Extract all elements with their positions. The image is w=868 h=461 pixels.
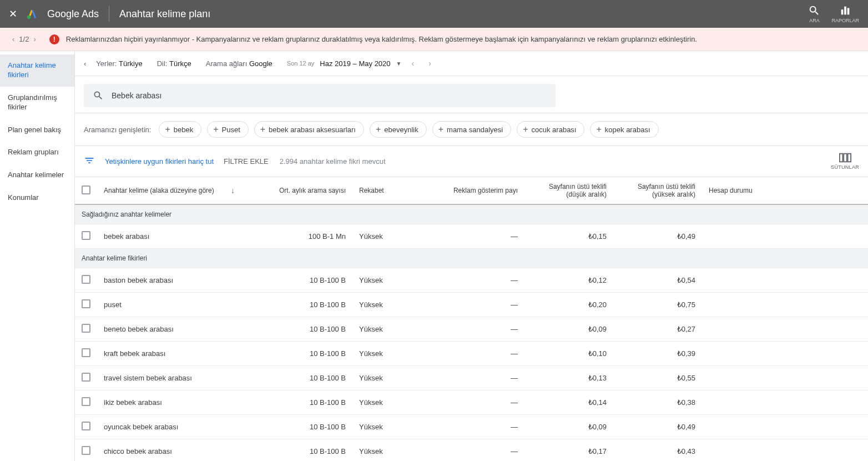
table-row[interactable]: bebek arabası100 B-1 MnYüksek—₺0,15₺0,49 [75,224,868,249]
places-segment[interactable]: Yerler: Türkiye [96,59,142,68]
cell-volume: 10 B-100 B [241,342,352,366]
row-checkbox[interactable] [75,390,97,415]
divider [109,6,109,22]
row-checkbox[interactable] [75,224,97,249]
sidebar-item-plan-overview[interactable]: Plan genel bakış [0,119,74,142]
row-checkbox[interactable] [75,293,97,317]
cell-volume: 10 B-100 B [241,293,352,317]
row-checkbox[interactable] [75,317,97,342]
cell-impression: — [436,317,524,342]
row-checkbox[interactable] [75,439,97,462]
expand-chip[interactable]: +bebek arabası aksesuarları [254,121,364,138]
cell-keyword: chicco bebek arabası [97,439,241,462]
cell-keyword: baston bebek arabası [97,268,241,293]
date-next-icon[interactable]: › [424,57,436,70]
ads-logo-icon [26,8,38,20]
table-section-header: Anahtar kelime fikirleri [75,249,868,268]
cell-bid-high: ₺0,55 [613,366,702,390]
plus-icon: + [523,125,528,134]
sidebar-item-adgroups[interactable]: Reklam grupları [0,141,74,164]
sidebar-item-grouped-ideas[interactable]: Gruplandırılmış fikirler [0,87,74,119]
date-prev-icon[interactable]: ‹ [407,57,418,70]
row-checkbox[interactable] [75,268,97,293]
header-bid-low[interactable]: Sayfanın üstü teklifi (düşük aralık) [524,177,613,204]
cell-competition: Yüksek [352,415,436,439]
topbar: ✕ Google Ads Anahtar kelime planı ARA RA… [0,0,868,28]
sidebar-item-keywords[interactable]: Anahtar kelimeler [0,164,74,187]
content-area: ‹ Yerler: Türkiye Dil: Türkçe Arama ağla… [75,51,868,461]
filter-icon[interactable] [84,155,95,168]
table-row[interactable]: chicco bebek arabası10 B-100 BYüksek—₺0,… [75,439,868,462]
expand-chip[interactable]: +bebek [159,121,201,138]
header-bid-high[interactable]: Sayfanın üstü teklifi (yüksek aralık) [613,177,702,204]
expand-chip[interactable]: +cocuk arabası [517,121,584,138]
topbar-reports-button[interactable]: RAPORLAR [831,4,859,23]
row-checkbox[interactable] [75,415,97,439]
table-row[interactable]: ikiz bebek arabası10 B-100 BYüksek—₺0,14… [75,390,868,415]
cell-volume: 100 B-1 Mn [241,224,352,249]
row-checkbox[interactable] [75,342,97,366]
language-segment[interactable]: Dil: Türkçe [157,59,191,68]
exclude-adult-link[interactable]: Yetişkinlere uygun fikirleri hariç tut [105,157,214,166]
header-keyword[interactable]: Anahtar kelime (alaka düzeyine göre)↓ [97,177,241,204]
plus-icon: + [376,125,381,134]
alert-prev-icon[interactable]: ‹ [9,33,18,46]
row-checkbox[interactable] [75,366,97,390]
table-row[interactable]: travel sistem bebek arabası10 B-100 BYük… [75,366,868,390]
header-impression-share[interactable]: Reklam gösterim payı [436,177,524,204]
cell-keyword: oyuncak bebek arabası [97,415,241,439]
cell-impression: — [436,293,524,317]
svg-rect-5 [844,154,847,162]
cell-volume: 10 B-100 B [241,390,352,415]
alert-bar: ‹ 1/2 › ! Reklamlarınızdan hiçbiri yayın… [0,28,868,51]
cell-bid-high: ₺0,75 [613,293,702,317]
product-name: Google Ads [47,8,99,20]
cell-competition: Yüksek [352,342,436,366]
sidebar-item-keyword-ideas[interactable]: Anahtar kelime fikirleri [0,54,74,87]
cell-competition: Yüksek [352,224,436,249]
cell-bid-low: ₺0,09 [524,415,613,439]
table-row[interactable]: baston bebek arabası10 B-100 BYüksek—₺0,… [75,268,868,293]
alert-next-icon[interactable]: › [30,33,39,46]
svg-rect-4 [839,154,842,162]
cell-status [702,342,868,366]
header-volume[interactable]: Ort. aylık arama sayısı [241,177,352,204]
cell-keyword: kraft bebek arabası [97,342,241,366]
search-input[interactable]: Bebek arabası [84,84,556,107]
table-row[interactable]: oyuncak bebek arabası10 B-100 BYüksek—₺0… [75,415,868,439]
search-term: Bebek arabası [112,91,162,100]
columns-icon [839,153,851,163]
expand-chip[interactable]: +kopek arabası [590,121,658,138]
cell-status [702,390,868,415]
add-filter-button[interactable]: FİLTRE EKLE [224,157,269,166]
expand-chip[interactable]: +mama sandalyesi [432,121,512,138]
header-account-status[interactable]: Hesap durumu [702,177,868,204]
plus-icon: + [165,125,170,134]
expand-chip[interactable]: +Puset [207,121,249,138]
dropdown-icon: ▼ [396,61,402,67]
network-segment[interactable]: Arama ağları Google [206,59,272,68]
cell-volume: 10 B-100 B [241,268,352,293]
cell-status [702,268,868,293]
table-row[interactable]: puset10 B-100 BYüksek—₺0,20₺0,75 [75,293,868,317]
table-row[interactable]: beneto bebek arabası10 B-100 BYüksek—₺0,… [75,317,868,342]
cell-bid-low: ₺0,10 [524,342,613,366]
reports-icon [839,4,851,17]
columns-button[interactable]: SÜTUNLAR [831,153,859,170]
cell-volume: 10 B-100 B [241,415,352,439]
header-competition[interactable]: Rekabet [352,177,436,204]
back-icon[interactable]: ‹ [84,57,90,70]
search-icon [808,4,820,17]
topbar-search-button[interactable]: ARA [808,4,820,23]
expand-chip[interactable]: +ebeveynlik [370,121,427,138]
plus-icon: + [438,125,443,134]
svg-rect-3 [847,8,850,14]
table-row[interactable]: kraft bebek arabası10 B-100 BYüksek—₺0,1… [75,342,868,366]
close-icon[interactable]: ✕ [9,8,17,20]
cell-competition: Yüksek [352,390,436,415]
cell-bid-low: ₺0,14 [524,390,613,415]
date-range[interactable]: Son 12 ay Haz 2019 – May 2020 ▼ ‹ › [287,57,436,70]
cell-volume: 10 B-100 B [241,317,352,342]
sidebar-item-locations[interactable]: Konumlar [0,187,74,209]
header-checkbox[interactable] [75,177,97,204]
